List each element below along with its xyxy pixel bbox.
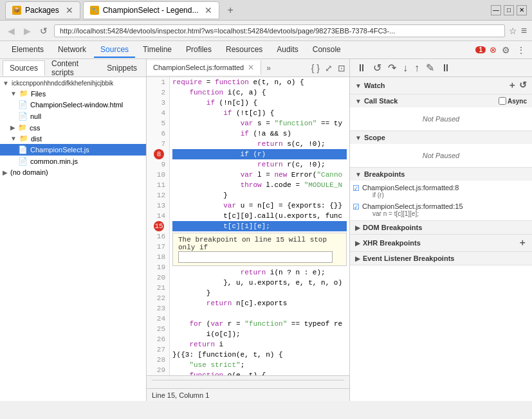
tab-champion[interactable]: 🔧 ChampionSelect - Legend... ✕ [83,1,220,19]
tab-profiles[interactable]: Profiles [179,42,218,58]
tree-champion-js[interactable]: 📄 ChampionSelect.js [0,144,146,156]
tree-arrow-root: ▼ [3,80,9,87]
pause-button[interactable]: ⏸ [355,61,368,75]
browser-menu-button[interactable]: ≡ [521,25,527,37]
condition-tooltip-text: The breakpoint on line 15 will stop only… [178,236,327,251]
subtab-sources[interactable]: Sources [3,60,45,76]
ln-23: 23 [151,303,165,314]
ln-15: 15 [154,221,164,231]
new-tab-button[interactable]: + [222,2,238,19]
bp2-code: var n = t[c][1][e]; [362,210,463,217]
code-line-10: var l = new Error("Canno [172,170,347,180]
bp1-file: ChampionSelect.js:formatted:8 [362,184,459,192]
bookmark-button[interactable]: ☆ [509,26,517,36]
xhr-add-button[interactable]: ＋ [518,237,527,249]
tree-no-domain[interactable]: ▶ (no domain) [0,167,146,177]
bp2-file: ChampionSelect.js:formatted:15 [362,202,463,210]
bp1-checkbox[interactable]: ☑ [353,184,360,193]
tab-audits[interactable]: Audits [270,42,304,58]
ln-28: 28 [151,355,165,365]
minimize-button[interactable]: — [491,5,501,15]
step-over-refresh-button[interactable]: ↺ [372,60,383,75]
step-over-button[interactable]: ↷ [387,60,398,75]
file-tab-overflow[interactable]: » [261,61,276,75]
window-controls: — □ ✕ [491,5,527,15]
callstack-header[interactable]: ▼ Call Stack Async [350,94,532,107]
ln-14: 14 [151,211,165,221]
url-bar[interactable]: http://localhost:54284/devtools/inspecto… [54,24,505,37]
code-line-17: }, u, u.exports, e, t, n, o) [172,278,347,288]
horizontal-scrollbar[interactable] [152,380,344,385]
code-line-9: return r(c, !0); [172,159,347,170]
tree-dist-folder[interactable]: ▼ 📁 dist [0,133,146,144]
more-button[interactable]: ⋮ [515,44,527,57]
event-bp-arrow: ▶ [355,255,360,262]
ln-22: 22 [151,293,165,303]
status-bar [147,375,349,388]
tab-packages-close[interactable]: ✕ [66,5,73,15]
subtab-content-scripts[interactable]: Content scripts [45,57,100,80]
tab-network[interactable]: Network [51,42,93,58]
tree-arrow-dist: ▼ [10,135,17,142]
title-bar: 📦 Packages ✕ 🔧 ChampionSelect - Legend..… [0,0,532,21]
breakpoints-header[interactable]: ▼ Breakpoints [350,168,532,181]
forward-button[interactable]: ▶ [21,24,33,37]
tab-elements[interactable]: Elements [5,42,50,58]
split-icon[interactable]: ⊡ [336,62,347,75]
ln-21: 21 [151,283,165,293]
back-button[interactable]: ◀ [5,24,17,37]
ln-2: 2 [151,87,165,98]
tree-common-min-label: common.min.js [30,157,78,165]
tab-sources[interactable]: Sources [94,42,135,58]
file-tab-champion-formatted[interactable]: ChampionSelect.js:formatted ✕ [147,60,261,75]
tab-champion-close[interactable]: ✕ [205,5,212,15]
ln-5: 5 [151,118,165,129]
dom-breakpoints-header[interactable]: ▶ DOM Breakpoints [350,221,532,234]
condition-input[interactable] [178,251,333,263]
code-line-19: return n[c].exports [172,298,347,308]
settings-button[interactable]: ⚙ [500,44,511,57]
refresh-button[interactable]: ↺ [37,24,50,37]
tree-common-min[interactable]: 📄 common.min.js [0,156,146,167]
watch-add-button[interactable]: ＋ [508,80,517,91]
bp2-checkbox[interactable]: ☑ [353,202,360,211]
watch-header[interactable]: ▼ Watch ＋ ↺ [350,77,532,94]
tree-null[interactable]: 📄 null [0,111,146,122]
tree-root[interactable]: ▼ ickccnpponhhndcdifkkhefenihjcjbbik [0,78,146,88]
close-button[interactable]: ✕ [517,5,527,15]
file-tab-close[interactable]: ✕ [248,63,254,72]
edit-button[interactable]: ✎ [425,60,436,75]
file-tabs: ChampionSelect.js:formatted ✕ » { } ⤢ ⊡ [147,59,349,77]
code-content[interactable]: require = function e(t, n, o) { function… [170,77,349,375]
watch-refresh-button[interactable]: ↺ [519,80,527,91]
maximize-button[interactable]: □ [504,5,514,15]
code-editor: 1 2 3 4 5 6 7 8 9 10 11 12 13 14 15 16 1… [147,77,349,375]
scope-header[interactable]: ▼ Scope [350,131,532,144]
tree-css-folder[interactable]: ▶ 📁 css [0,122,146,133]
tab-packages[interactable]: 📦 Packages ✕ [5,1,80,19]
tab-timeline[interactable]: Timeline [136,42,178,58]
ln-12: 12 [151,190,165,201]
event-breakpoints-header[interactable]: ▶ Event Listener Breakpoints [350,252,532,265]
step-out-button[interactable]: ↑ [413,61,421,75]
tree-champion-html[interactable]: 📄 ChampionSelect-window.html [0,99,146,111]
code-line-24: }({3: [function(e, t, n) { [172,350,347,360]
subtab-snippets[interactable]: Snippets [100,61,143,75]
async-checkbox[interactable] [499,97,506,105]
deactivate-button[interactable]: ⏸ [439,61,452,75]
tree-files-folder[interactable]: ▼ 📁 Files [0,88,146,99]
pretty-print-icon[interactable]: ⤢ [324,62,334,75]
file-tab-label: ChampionSelect.js:formatted [153,64,244,71]
tree-css-label: css [30,124,41,132]
step-into-button[interactable]: ↓ [401,61,409,75]
format-icon[interactable]: { } [310,62,321,75]
tab-resources[interactable]: Resources [219,42,269,58]
tree-champion-js-label: ChampionSelect.js [30,146,89,154]
code-line-4: if (!t[c]) { [172,108,347,118]
condition-tooltip: The breakpoint on line 15 will stop only… [172,233,347,266]
xhr-bp-label: XHR Breakpoints [363,239,421,247]
code-line-25: "use strict"; [172,360,347,370]
xhr-breakpoints-header[interactable]: ▶ XHR Breakpoints ＋ [350,235,532,251]
tab-console[interactable]: Console [306,42,347,58]
ln-25: 25 [151,324,165,334]
